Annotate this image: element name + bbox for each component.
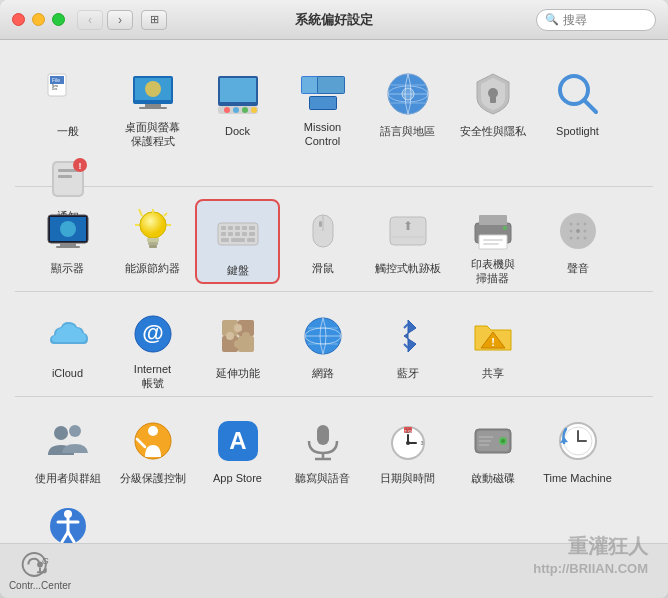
pref-sound[interactable]: 聲音 (535, 199, 620, 284)
pref-energy[interactable]: 能源節約器 (110, 199, 195, 284)
svg-rect-11 (220, 78, 256, 102)
pref-general[interactable]: File New Doc 一般 (25, 62, 110, 147)
search-input[interactable] (563, 13, 647, 27)
desktop-icon-wrapper (127, 68, 179, 116)
svg-point-87 (576, 229, 580, 233)
svg-point-90 (576, 237, 579, 240)
grid-button[interactable]: ⊞ (141, 10, 167, 30)
pref-network[interactable]: 網路 (280, 304, 365, 389)
svg-point-91 (583, 237, 586, 240)
minimize-button[interactable] (32, 13, 45, 26)
pref-datetime[interactable]: 18 12 3 日期與時間 (365, 409, 450, 494)
svg-rect-60 (242, 226, 247, 230)
datetime-icon-wrapper: 18 12 3 (382, 415, 434, 467)
svg-rect-80 (483, 243, 499, 245)
spotlight-icon-wrapper (552, 68, 604, 120)
system-preferences-window: ‹ › ⊞ 系統偏好設定 🔍 File New Doc (0, 0, 668, 598)
svg-point-100 (242, 332, 250, 340)
sound-icon (554, 207, 602, 255)
pref-desktop[interactable]: 桌面與螢幕保護程式 (110, 62, 195, 147)
bluetooth-icon (384, 312, 432, 360)
svg-rect-57 (221, 226, 226, 230)
mission-icon-wrapper (297, 68, 349, 116)
keyboard-icon (214, 209, 262, 257)
svg-point-98 (234, 324, 242, 332)
pref-extensions[interactable]: 延伸功能 (195, 304, 280, 389)
pref-printer[interactable]: 印表機與掃描器 (450, 199, 535, 284)
internet-icon: @ (129, 310, 177, 358)
dictation-icon (299, 417, 347, 465)
footer-bar: G Contr...Center (0, 543, 668, 598)
svg-text:Doc: Doc (52, 87, 58, 91)
pref-internet[interactable]: @ Internet帳號 (110, 304, 195, 389)
pref-trackpad[interactable]: ⬆ 觸控式軌跡板 (365, 199, 450, 284)
maximize-button[interactable] (52, 13, 65, 26)
pref-keyboard[interactable]: 鍵盤 (195, 199, 280, 284)
general-label: 一般 (57, 124, 79, 138)
svg-rect-50 (149, 245, 157, 248)
security-icon (469, 70, 517, 118)
display-icon-wrapper (42, 205, 94, 257)
svg-rect-37 (58, 175, 72, 178)
parental-icon (129, 417, 177, 465)
pref-mission[interactable]: MissionControl (280, 62, 365, 147)
section-internet: iCloud @ Internet帳號 (15, 292, 653, 397)
printer-icon (469, 205, 517, 253)
svg-point-29 (402, 88, 414, 100)
svg-rect-118 (317, 425, 329, 445)
pref-sharing[interactable]: ! 共享 (450, 304, 535, 389)
traffic-lights (12, 13, 65, 26)
close-button[interactable] (12, 13, 25, 26)
energy-icon-wrapper (127, 205, 179, 257)
svg-rect-61 (249, 226, 255, 230)
extensions-icon-wrapper (212, 310, 264, 362)
footer-logitech-item[interactable]: G Contr...Center (15, 551, 65, 591)
logitech-logo-icon: G (20, 551, 60, 578)
svg-rect-9 (139, 107, 167, 109)
pref-timemachine[interactable]: Time Machine (535, 409, 620, 494)
svg-line-108 (404, 344, 408, 348)
pref-display[interactable]: 顯示器 (25, 199, 110, 284)
svg-point-114 (148, 426, 158, 436)
datetime-icon: 18 12 3 (384, 417, 432, 465)
svg-rect-49 (148, 242, 158, 245)
pref-startup[interactable]: 啟動磁碟 (450, 409, 535, 494)
pref-bluetooth[interactable]: 藍牙 (365, 304, 450, 389)
timemachine-icon (554, 417, 602, 465)
users-label: 使用者與群組 (35, 471, 101, 485)
icloud-label: iCloud (52, 366, 83, 380)
back-button[interactable]: ‹ (77, 10, 103, 30)
accessibility-icon (44, 502, 92, 543)
pref-security[interactable]: 安全性與隱私 (450, 62, 535, 147)
section-system: 使用者與群組 分級保護控制 (15, 397, 653, 533)
pref-icloud[interactable]: iCloud (25, 304, 110, 389)
pref-spotlight[interactable]: Spotlight (535, 62, 620, 147)
language-icon-wrapper (382, 68, 434, 120)
security-label: 安全性與隱私 (460, 124, 526, 138)
pref-dictation[interactable]: 聽寫與語音 (280, 409, 365, 494)
svg-text:G: G (42, 556, 49, 566)
svg-point-112 (69, 425, 81, 437)
svg-point-83 (569, 223, 572, 226)
printer-icon-wrapper (467, 205, 519, 253)
svg-text:⬆: ⬆ (403, 219, 413, 233)
pref-accessibility[interactable]: 輔助使用 (25, 494, 110, 543)
pref-language[interactable]: 語言與地區 (365, 62, 450, 147)
svg-rect-58 (228, 226, 233, 230)
network-label: 網路 (312, 366, 334, 380)
svg-text:3: 3 (420, 440, 423, 446)
search-box: 🔍 (536, 9, 656, 31)
pref-dock[interactable]: Dock (195, 62, 280, 147)
forward-button[interactable]: › (107, 10, 133, 30)
svg-rect-78 (479, 235, 507, 249)
svg-rect-45 (56, 246, 80, 248)
dock-icon-wrapper (212, 68, 264, 120)
pref-appstore[interactable]: A App Store (195, 409, 280, 494)
nav-buttons: ‹ › (77, 10, 133, 30)
pref-mouse[interactable]: 滑鼠 (280, 199, 365, 284)
pref-parental[interactable]: 分級保護控制 (110, 409, 195, 494)
mouse-icon (299, 207, 347, 255)
general-icon: File New Doc (44, 70, 92, 118)
pref-users[interactable]: 使用者與群組 (25, 409, 110, 494)
svg-rect-20 (318, 77, 344, 93)
